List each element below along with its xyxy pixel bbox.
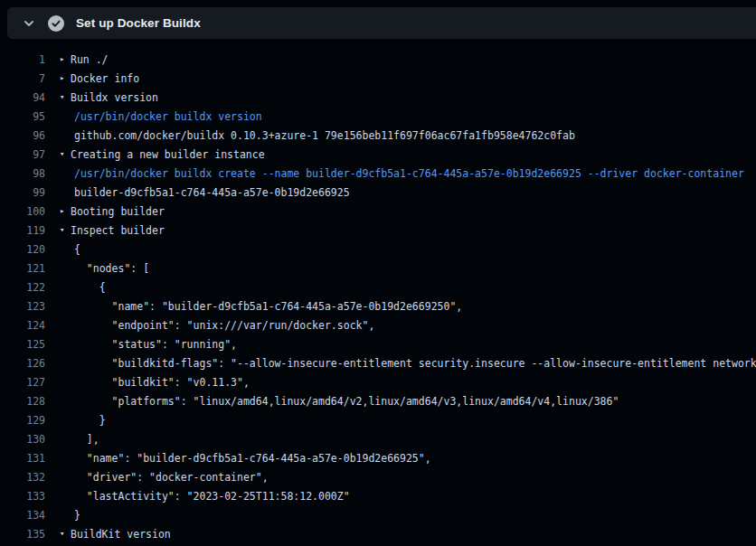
group-expand-icon[interactable]: ▸ — [60, 50, 71, 69]
line-number[interactable]: 97 — [0, 148, 45, 161]
line-number[interactable]: 129 — [0, 414, 45, 427]
output-text: { — [74, 243, 80, 256]
log-line: 95/usr/bin/docker buildx version — [0, 107, 756, 126]
step-title: Set up Docker Buildx — [76, 16, 201, 30]
output-text: { — [74, 281, 106, 294]
log-line: 119▾Inspect builder — [0, 221, 756, 240]
group-expand-icon[interactable]: ▸ — [60, 69, 71, 88]
line-number[interactable]: 131 — [0, 452, 45, 465]
log-line: 129 } — [0, 410, 756, 429]
group-title[interactable]: Buildx version — [71, 91, 158, 104]
line-number[interactable]: 134 — [0, 509, 45, 522]
log-line: 134} — [0, 505, 756, 524]
line-number[interactable]: 119 — [0, 224, 45, 237]
group-collapse-icon[interactable]: ▾ — [60, 88, 71, 107]
line-number[interactable]: 127 — [0, 376, 45, 389]
output-text: "status": "running", — [74, 338, 237, 351]
command-text: /usr/bin/docker buildx version — [74, 110, 262, 123]
line-number[interactable]: 96 — [0, 129, 45, 142]
line-number[interactable]: 121 — [0, 262, 45, 275]
log-line: 97▾Creating a new builder instance — [0, 145, 756, 164]
output-text: "name": "builder-d9cfb5a1-c764-445a-a57e… — [74, 300, 462, 313]
log-line: 7▸Docker info — [0, 69, 756, 88]
log-line: 98/usr/bin/docker buildx create --name b… — [0, 164, 756, 183]
log-line: 120{ — [0, 240, 756, 259]
log-lines: 1▸Run ./7▸Docker info94▾Buildx version95… — [0, 39, 756, 546]
line-number[interactable]: 128 — [0, 395, 45, 408]
log-line: 121 "nodes": [ — [0, 259, 756, 278]
output-text: github.com/docker/buildx 0.10.3+azure-1 … — [74, 129, 575, 142]
line-number[interactable]: 133 — [0, 490, 45, 503]
line-number[interactable]: 1 — [0, 53, 45, 66]
line-number[interactable]: 125 — [0, 338, 45, 351]
log-line: 128 "platforms": "linux/amd64,linux/amd6… — [0, 391, 756, 410]
line-number[interactable]: 124 — [0, 319, 45, 332]
log-line: 99builder-d9cfb5a1-c764-445a-a57e-0b19d2… — [0, 183, 756, 202]
log-line: 135▾BuildKit version — [0, 524, 756, 543]
output-text: "endpoint": "unix:///var/run/docker.sock… — [74, 319, 374, 332]
line-number[interactable]: 135 — [0, 528, 45, 541]
line-number[interactable]: 123 — [0, 300, 45, 313]
chevron-down-icon[interactable] — [22, 16, 36, 31]
log-line: 96github.com/docker/buildx 0.10.3+azure-… — [0, 126, 756, 145]
group-title[interactable]: Inspect builder — [71, 224, 165, 237]
output-text: } — [74, 509, 80, 522]
output-text: "nodes": [ — [74, 262, 149, 275]
log-line: 125 "status": "running", — [0, 334, 756, 353]
line-number[interactable]: 100 — [0, 205, 45, 218]
log-line: 127 "buildkit": "v0.11.3", — [0, 372, 756, 391]
log-line: 130 ], — [0, 429, 756, 448]
output-text: "buildkit": "v0.11.3", — [74, 376, 250, 389]
command-text: /usr/bin/docker buildx create --name bui… — [74, 167, 744, 180]
line-number[interactable]: 95 — [0, 110, 45, 123]
group-collapse-icon[interactable]: ▾ — [60, 145, 71, 164]
log-line: 131 "name": "builder-d9cfb5a1-c764-445a-… — [0, 448, 756, 467]
log-line: 100▸Booting builder — [0, 202, 756, 221]
group-title[interactable]: Docker info — [71, 72, 139, 85]
log-line: 1▸Run ./ — [0, 50, 756, 69]
line-number[interactable]: 122 — [0, 281, 45, 294]
group-collapse-icon[interactable]: ▾ — [60, 524, 71, 543]
output-text: "driver": "docker-container", — [74, 471, 269, 484]
log-line: 122 { — [0, 278, 756, 297]
output-text: "name": "builder-d9cfb5a1-c764-445a-a57e… — [74, 452, 431, 465]
output-text: ], — [74, 433, 99, 446]
line-number[interactable]: 7 — [0, 72, 45, 85]
group-title[interactable]: Booting builder — [71, 205, 165, 218]
group-collapse-icon[interactable]: ▾ — [60, 221, 71, 240]
log-line: 126 "buildkitd-flags": "--allow-insecure… — [0, 353, 756, 372]
log-line: 124 "endpoint": "unix:///var/run/docker.… — [0, 315, 756, 334]
output-text: builder-d9cfb5a1-c764-445a-a57e-0b19d2e6… — [74, 186, 350, 199]
line-number[interactable]: 120 — [0, 243, 45, 256]
output-text: "lastActivity": "2023-02-25T11:58:12.000… — [74, 490, 350, 503]
check-circle-icon — [48, 15, 64, 32]
group-expand-icon[interactable]: ▸ — [60, 202, 71, 221]
group-title[interactable]: Creating a new builder instance — [71, 148, 265, 161]
output-text: } — [74, 414, 106, 427]
log-line: 94▾Buildx version — [0, 88, 756, 107]
line-number[interactable]: 130 — [0, 433, 45, 446]
log-line: 133 "lastActivity": "2023-02-25T11:58:12… — [0, 486, 756, 505]
output-text: "buildkitd-flags": "--allow-insecure-ent… — [74, 357, 756, 370]
output-text: "platforms": "linux/amd64,linux/amd64/v2… — [74, 395, 619, 408]
line-number[interactable]: 99 — [0, 186, 45, 199]
step-header[interactable]: Set up Docker Buildx — [7, 7, 756, 39]
line-number[interactable]: 98 — [0, 167, 45, 180]
line-number[interactable]: 126 — [0, 357, 45, 370]
log-line: 132 "driver": "docker-container", — [0, 467, 756, 486]
log-line: 123 "name": "builder-d9cfb5a1-c764-445a-… — [0, 297, 756, 315]
group-title[interactable]: BuildKit version — [71, 528, 171, 541]
line-number[interactable]: 94 — [0, 91, 45, 104]
group-title[interactable]: Run ./ — [71, 53, 109, 66]
line-number[interactable]: 132 — [0, 471, 45, 484]
